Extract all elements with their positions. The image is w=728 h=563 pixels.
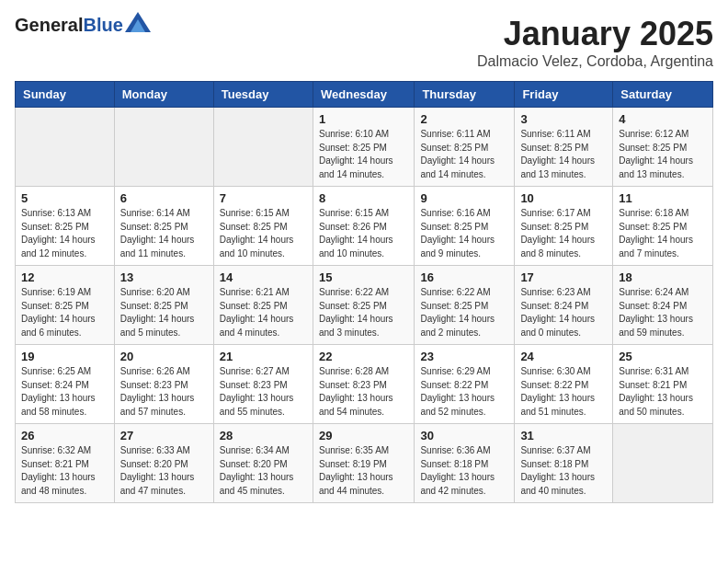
calendar-cell: 27Sunrise: 6:33 AM Sunset: 8:20 PM Dayli… bbox=[114, 424, 213, 503]
day-number: 7 bbox=[220, 191, 307, 205]
day-number: 2 bbox=[420, 112, 508, 126]
calendar-cell: 2Sunrise: 6:11 AM Sunset: 8:25 PM Daylig… bbox=[415, 108, 515, 187]
calendar-cell: 31Sunrise: 6:37 AM Sunset: 8:18 PM Dayli… bbox=[515, 424, 613, 503]
calendar-cell: 20Sunrise: 6:26 AM Sunset: 8:23 PM Dayli… bbox=[114, 345, 213, 424]
calendar-week-5: 26Sunrise: 6:32 AM Sunset: 8:21 PM Dayli… bbox=[16, 424, 713, 503]
weekday-header-friday: Friday bbox=[515, 82, 613, 108]
page-header: General Blue January 2025 Dalmacio Velez… bbox=[15, 15, 713, 70]
calendar-cell bbox=[16, 108, 115, 187]
weekday-header-thursday: Thursday bbox=[415, 82, 515, 108]
day-info: Sunrise: 6:13 AM Sunset: 8:25 PM Dayligh… bbox=[21, 207, 108, 260]
day-info: Sunrise: 6:16 AM Sunset: 8:25 PM Dayligh… bbox=[420, 207, 508, 260]
day-number: 9 bbox=[420, 191, 508, 205]
calendar-cell: 16Sunrise: 6:22 AM Sunset: 8:25 PM Dayli… bbox=[415, 266, 515, 345]
calendar-cell: 6Sunrise: 6:14 AM Sunset: 8:25 PM Daylig… bbox=[114, 187, 213, 266]
day-info: Sunrise: 6:11 AM Sunset: 8:25 PM Dayligh… bbox=[520, 128, 607, 181]
day-info: Sunrise: 6:19 AM Sunset: 8:25 PM Dayligh… bbox=[21, 286, 108, 339]
calendar-cell: 4Sunrise: 6:12 AM Sunset: 8:25 PM Daylig… bbox=[613, 108, 713, 187]
day-number: 27 bbox=[120, 429, 208, 442]
calendar-cell: 18Sunrise: 6:24 AM Sunset: 8:24 PM Dayli… bbox=[613, 266, 713, 345]
weekday-header-monday: Monday bbox=[114, 82, 213, 108]
calendar-cell: 23Sunrise: 6:29 AM Sunset: 8:22 PM Dayli… bbox=[415, 345, 515, 424]
day-info: Sunrise: 6:15 AM Sunset: 8:26 PM Dayligh… bbox=[319, 207, 408, 260]
day-info: Sunrise: 6:31 AM Sunset: 8:21 PM Dayligh… bbox=[619, 365, 707, 419]
logo: General Blue bbox=[15, 15, 151, 36]
calendar-cell bbox=[114, 108, 213, 187]
calendar-cell: 19Sunrise: 6:25 AM Sunset: 8:24 PM Dayli… bbox=[16, 345, 115, 424]
calendar-week-4: 19Sunrise: 6:25 AM Sunset: 8:24 PM Dayli… bbox=[16, 345, 713, 424]
calendar-cell: 5Sunrise: 6:13 AM Sunset: 8:25 PM Daylig… bbox=[16, 187, 115, 266]
logo-general-text: General bbox=[15, 15, 83, 36]
day-info: Sunrise: 6:10 AM Sunset: 8:25 PM Dayligh… bbox=[319, 128, 408, 181]
day-info: Sunrise: 6:24 AM Sunset: 8:24 PM Dayligh… bbox=[619, 286, 707, 339]
day-number: 20 bbox=[120, 350, 208, 363]
day-info: Sunrise: 6:28 AM Sunset: 8:23 PM Dayligh… bbox=[319, 365, 408, 419]
day-number: 25 bbox=[619, 350, 707, 363]
page-title: January 2025 bbox=[477, 15, 713, 53]
day-info: Sunrise: 6:12 AM Sunset: 8:25 PM Dayligh… bbox=[619, 128, 707, 181]
day-number: 1 bbox=[319, 112, 408, 126]
calendar-table: SundayMondayTuesdayWednesdayThursdayFrid… bbox=[15, 81, 713, 503]
day-info: Sunrise: 6:36 AM Sunset: 8:18 PM Dayligh… bbox=[420, 444, 508, 498]
calendar-cell: 9Sunrise: 6:16 AM Sunset: 8:25 PM Daylig… bbox=[415, 187, 515, 266]
calendar-cell: 15Sunrise: 6:22 AM Sunset: 8:25 PM Dayli… bbox=[313, 266, 414, 345]
calendar-cell bbox=[213, 108, 313, 187]
day-info: Sunrise: 6:14 AM Sunset: 8:25 PM Dayligh… bbox=[120, 207, 208, 260]
weekday-header-tuesday: Tuesday bbox=[213, 82, 313, 108]
day-info: Sunrise: 6:26 AM Sunset: 8:23 PM Dayligh… bbox=[120, 365, 208, 419]
calendar-week-1: 1Sunrise: 6:10 AM Sunset: 8:25 PM Daylig… bbox=[16, 108, 713, 187]
day-number: 15 bbox=[319, 270, 408, 284]
day-info: Sunrise: 6:23 AM Sunset: 8:24 PM Dayligh… bbox=[520, 286, 607, 339]
day-info: Sunrise: 6:34 AM Sunset: 8:20 PM Dayligh… bbox=[220, 444, 307, 498]
calendar-cell: 29Sunrise: 6:35 AM Sunset: 8:19 PM Dayli… bbox=[313, 424, 414, 503]
day-number: 3 bbox=[520, 112, 607, 126]
calendar-cell: 10Sunrise: 6:17 AM Sunset: 8:25 PM Dayli… bbox=[515, 187, 613, 266]
day-number: 10 bbox=[520, 191, 607, 205]
day-number: 24 bbox=[520, 350, 607, 363]
day-number: 8 bbox=[319, 191, 408, 205]
day-number: 28 bbox=[220, 429, 307, 442]
day-info: Sunrise: 6:32 AM Sunset: 8:21 PM Dayligh… bbox=[21, 444, 108, 498]
day-number: 31 bbox=[520, 429, 607, 442]
day-number: 13 bbox=[120, 270, 208, 284]
calendar-cell: 17Sunrise: 6:23 AM Sunset: 8:24 PM Dayli… bbox=[515, 266, 613, 345]
calendar-cell: 14Sunrise: 6:21 AM Sunset: 8:25 PM Dayli… bbox=[213, 266, 313, 345]
calendar-cell: 26Sunrise: 6:32 AM Sunset: 8:21 PM Dayli… bbox=[16, 424, 115, 503]
day-number: 29 bbox=[319, 429, 408, 442]
calendar-week-2: 5Sunrise: 6:13 AM Sunset: 8:25 PM Daylig… bbox=[16, 187, 713, 266]
day-info: Sunrise: 6:30 AM Sunset: 8:22 PM Dayligh… bbox=[520, 365, 607, 419]
calendar-cell: 8Sunrise: 6:15 AM Sunset: 8:26 PM Daylig… bbox=[313, 187, 414, 266]
day-number: 26 bbox=[21, 429, 108, 442]
calendar-cell: 30Sunrise: 6:36 AM Sunset: 8:18 PM Dayli… bbox=[415, 424, 515, 503]
calendar-cell: 21Sunrise: 6:27 AM Sunset: 8:23 PM Dayli… bbox=[213, 345, 313, 424]
calendar-cell: 13Sunrise: 6:20 AM Sunset: 8:25 PM Dayli… bbox=[114, 266, 213, 345]
day-info: Sunrise: 6:22 AM Sunset: 8:25 PM Dayligh… bbox=[420, 286, 508, 339]
logo-icon bbox=[125, 12, 151, 32]
day-info: Sunrise: 6:15 AM Sunset: 8:25 PM Dayligh… bbox=[220, 207, 307, 260]
calendar-cell: 11Sunrise: 6:18 AM Sunset: 8:25 PM Dayli… bbox=[613, 187, 713, 266]
day-info: Sunrise: 6:35 AM Sunset: 8:19 PM Dayligh… bbox=[319, 444, 408, 498]
day-number: 17 bbox=[520, 270, 607, 284]
day-number: 22 bbox=[319, 350, 408, 363]
weekday-header-wednesday: Wednesday bbox=[313, 82, 414, 108]
day-info: Sunrise: 6:27 AM Sunset: 8:23 PM Dayligh… bbox=[220, 365, 307, 419]
calendar-cell: 12Sunrise: 6:19 AM Sunset: 8:25 PM Dayli… bbox=[16, 266, 115, 345]
page-subtitle: Dalmacio Velez, Cordoba, Argentina bbox=[477, 53, 713, 70]
calendar-cell: 28Sunrise: 6:34 AM Sunset: 8:20 PM Dayli… bbox=[213, 424, 313, 503]
calendar-cell: 1Sunrise: 6:10 AM Sunset: 8:25 PM Daylig… bbox=[313, 108, 414, 187]
day-info: Sunrise: 6:29 AM Sunset: 8:22 PM Dayligh… bbox=[420, 365, 508, 419]
day-number: 11 bbox=[619, 191, 707, 205]
day-info: Sunrise: 6:22 AM Sunset: 8:25 PM Dayligh… bbox=[319, 286, 408, 339]
calendar-cell: 24Sunrise: 6:30 AM Sunset: 8:22 PM Dayli… bbox=[515, 345, 613, 424]
day-number: 21 bbox=[220, 350, 307, 363]
day-info: Sunrise: 6:37 AM Sunset: 8:18 PM Dayligh… bbox=[520, 444, 607, 498]
weekday-header-sunday: Sunday bbox=[16, 82, 115, 108]
day-info: Sunrise: 6:18 AM Sunset: 8:25 PM Dayligh… bbox=[619, 207, 707, 260]
day-info: Sunrise: 6:17 AM Sunset: 8:25 PM Dayligh… bbox=[520, 207, 607, 260]
day-number: 4 bbox=[619, 112, 707, 126]
day-number: 19 bbox=[21, 350, 108, 363]
calendar-week-3: 12Sunrise: 6:19 AM Sunset: 8:25 PM Dayli… bbox=[16, 266, 713, 345]
day-info: Sunrise: 6:21 AM Sunset: 8:25 PM Dayligh… bbox=[220, 286, 307, 339]
calendar-cell bbox=[613, 424, 713, 503]
day-info: Sunrise: 6:33 AM Sunset: 8:20 PM Dayligh… bbox=[120, 444, 208, 498]
